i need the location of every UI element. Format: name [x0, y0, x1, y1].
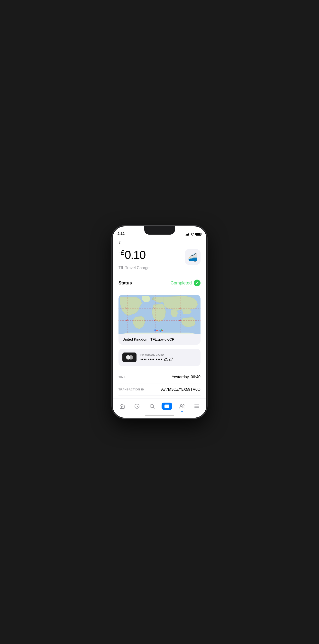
nav-people[interactable]	[176, 401, 188, 412]
card-type-label: PHYSICAL CARD	[140, 353, 173, 356]
nav-active-bg	[162, 402, 172, 410]
svg-rect-11	[164, 406, 169, 406]
svg-text:Google: Google	[154, 329, 163, 332]
screen-content: ‹ -£0.10 🚄 TfL Travel Charge Status	[113, 237, 206, 418]
time-row: TIME Yesterday, 06:40	[119, 371, 200, 384]
search-icon	[149, 403, 155, 409]
battery-icon	[195, 233, 201, 236]
svg-point-12	[180, 404, 182, 406]
status-row: Status Completed ✓	[119, 275, 200, 291]
map-container: Google	[119, 295, 200, 334]
amount-display: -£0.10	[119, 249, 145, 261]
nav-menu[interactable]	[190, 401, 203, 412]
back-button[interactable]: ‹	[119, 239, 121, 245]
amount-value: -£0.10	[119, 249, 145, 261]
transaction-id-value: A77M3CZY5X59TV6O	[161, 387, 200, 392]
card-number: •••• •••• •••• 2527	[140, 357, 173, 362]
card-section: PHYSICAL CARD •••• •••• •••• 2527	[119, 348, 200, 366]
nav-analytics[interactable]	[131, 401, 143, 412]
card-icon	[164, 404, 170, 408]
status-check-icon: ✓	[194, 280, 200, 286]
nav-cards[interactable]	[161, 401, 173, 412]
home-indicator	[145, 415, 174, 416]
time-value: Yesterday, 06:40	[172, 375, 200, 379]
transaction-id-row: TRANSACTION ID A77M3CZY5X59TV6O	[119, 384, 200, 396]
amount-row: -£0.10 🚄	[119, 249, 200, 265]
svg-point-13	[183, 404, 184, 406]
status-value: Completed ✓	[171, 280, 200, 286]
time-label: TIME	[119, 376, 126, 378]
menu-icon	[194, 403, 200, 409]
card-thumbnail	[122, 352, 137, 362]
people-icon	[179, 403, 185, 409]
map-location-label: United Kingdom, TFL.gov.uk/CP	[119, 334, 200, 345]
merchant-icon: 🚄	[185, 249, 200, 265]
wifi-icon	[190, 233, 194, 236]
merchant-emoji-icon: 🚄	[188, 252, 198, 262]
nav-search[interactable]	[146, 401, 158, 412]
back-chevron-icon: ‹	[119, 238, 121, 246]
nav-home[interactable]	[116, 401, 129, 412]
status-completed-text: Completed	[171, 280, 192, 286]
status-icons	[185, 233, 201, 236]
transaction-label: TfL Travel Charge	[119, 266, 200, 270]
svg-line-9	[153, 407, 154, 408]
card-info: PHYSICAL CARD •••• •••• •••• 2527	[140, 353, 173, 362]
map-card[interactable]: Google United Kingdom, TFL.gov.uk/CP	[119, 295, 200, 345]
nav-people-dot	[181, 411, 182, 412]
status-time: 2:12	[118, 232, 125, 236]
transaction-id-label: TRANSACTION ID	[119, 388, 144, 391]
home-icon	[119, 403, 125, 409]
pie-chart-icon	[134, 403, 140, 409]
status-label: Status	[119, 280, 132, 286]
divider-mid	[113, 291, 206, 291]
mastercard-icon	[126, 355, 133, 360]
bottom-nav	[113, 398, 206, 418]
signal-icon	[185, 233, 189, 236]
